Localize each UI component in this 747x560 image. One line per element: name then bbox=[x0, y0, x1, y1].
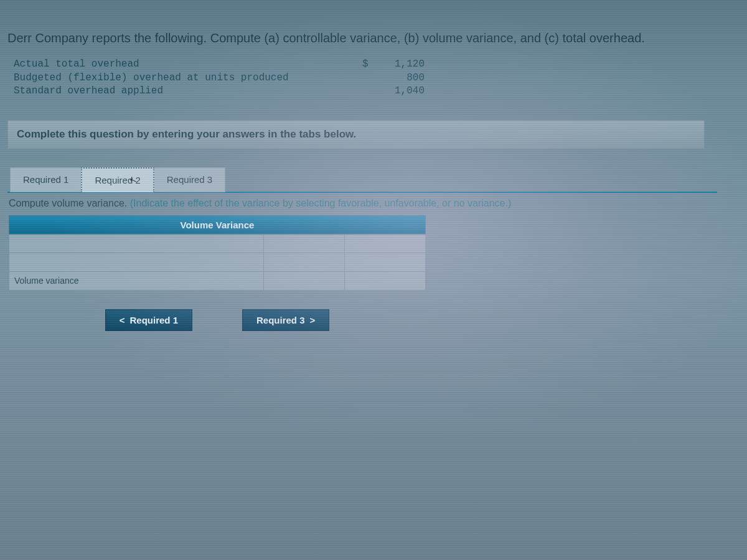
data-value: 1,120 bbox=[375, 58, 425, 72]
dollar-sign bbox=[362, 85, 375, 98]
data-value: 1,040 bbox=[375, 85, 425, 98]
tab-required-2[interactable]: Required 2 ↖ bbox=[81, 167, 154, 192]
data-label: Budgeted (flexible) overhead at units pr… bbox=[14, 72, 362, 85]
row-value-input[interactable] bbox=[264, 271, 345, 290]
data-row: Budgeted (flexible) overhead at units pr… bbox=[14, 72, 740, 85]
row-value-input[interactable] bbox=[264, 253, 345, 271]
row-label-input[interactable] bbox=[9, 253, 264, 271]
nav-buttons: < Required 1 Required 3 > bbox=[9, 309, 426, 331]
tabs-row: Required 1 Required 2 ↖ Required 3 bbox=[10, 167, 740, 192]
tab-required-3[interactable]: Required 3 bbox=[154, 167, 225, 192]
table-header: Volume Variance bbox=[9, 215, 426, 234]
sub-instruction-lead: Compute volume variance. bbox=[9, 198, 130, 208]
chevron-left-icon: < bbox=[120, 315, 125, 325]
row-label: Volume variance bbox=[9, 271, 264, 290]
data-row: Standard overhead applied 1,040 bbox=[14, 85, 740, 98]
table-row bbox=[9, 253, 426, 271]
sub-instruction-hint: (Indicate the effect of the variance by … bbox=[130, 198, 512, 208]
tab-required-1[interactable]: Required 1 bbox=[10, 167, 82, 192]
row-value-input[interactable] bbox=[264, 234, 345, 253]
row-select-input[interactable] bbox=[345, 253, 426, 271]
sub-instruction: Compute volume variance. (Indicate the e… bbox=[9, 198, 740, 209]
row-select-input[interactable] bbox=[345, 271, 426, 290]
table-row: Volume variance bbox=[9, 271, 426, 290]
row-select-input[interactable] bbox=[345, 234, 426, 253]
volume-variance-table: Volume Variance Volume variance bbox=[9, 215, 426, 291]
next-button-label: Required 3 bbox=[256, 315, 305, 325]
data-row: Actual total overhead $ 1,120 bbox=[14, 58, 740, 72]
data-label: Standard overhead applied bbox=[14, 85, 362, 98]
given-data-block: Actual total overhead $ 1,120 Budgeted (… bbox=[14, 58, 740, 98]
dollar-sign bbox=[362, 72, 375, 85]
chevron-right-icon: > bbox=[310, 315, 316, 325]
table-row bbox=[9, 234, 426, 253]
next-button[interactable]: Required 3 > bbox=[242, 309, 329, 331]
data-value: 800 bbox=[375, 72, 425, 85]
dollar-sign: $ bbox=[362, 58, 375, 72]
data-label: Actual total overhead bbox=[14, 58, 362, 72]
instruction-bar: Complete this question by entering your … bbox=[7, 120, 705, 149]
prev-button-label: Required 1 bbox=[129, 315, 178, 325]
row-label-input[interactable] bbox=[9, 234, 264, 253]
question-text: Derr Company reports the following. Comp… bbox=[7, 31, 740, 45]
prev-button[interactable]: < Required 1 bbox=[105, 309, 192, 331]
